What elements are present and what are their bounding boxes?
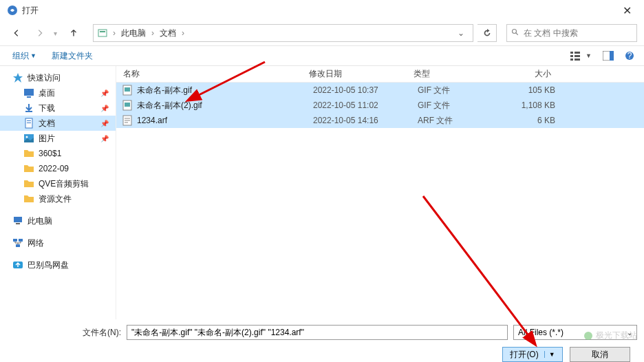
svg-rect-1 [98,30,107,36]
arf-file-icon [122,115,133,126]
sidebar-item-label: 2022-09 [39,164,69,173]
view-mode-button[interactable]: ▼ [568,50,594,62]
svg-rect-6 [570,58,573,61]
chevron-down-icon: ▼ [30,52,36,59]
gif-file-icon [122,85,133,96]
sidebar-quick-access[interactable]: 快速访问 [0,70,116,85]
folder-icon [23,178,34,189]
network-icon [12,237,23,248]
sidebar-this-pc[interactable]: 此电脑 [0,213,116,228]
gif-file-icon [122,100,133,111]
content-area: 快速访问 桌面 📌 下载 📌 文档 📌 图片 📌 360$1 202 [0,66,644,319]
open-button[interactable]: 打开(O) ▼ [502,347,563,362]
search-input[interactable] [524,28,632,38]
column-type[interactable]: 类型 [414,68,503,80]
sidebar-item-label: QVE音频剪辑 [39,178,89,190]
new-folder-button[interactable]: 新建文件夹 [46,47,98,65]
nav-back-button[interactable] [7,24,26,42]
folder-icon [23,163,34,174]
sidebar-item-label: 文档 [39,118,55,129]
file-type: GIF 文件 [418,85,507,96]
close-button[interactable]: ✕ [617,1,637,20]
svg-rect-23 [13,239,17,242]
search-icon [511,28,519,39]
chevron-down-icon: ▼ [586,52,592,59]
button-label: 取消 [592,349,608,361]
sidebar-item-label: 快速访问 [28,72,61,84]
document-icon [23,118,34,129]
svg-rect-25 [16,244,20,247]
watermark: 极光下载站 [583,330,637,341]
sidebar-item-label: 网络 [28,237,44,249]
file-name: 未命名-副本(2).gif [137,100,313,111]
breadcrumb-sep-icon: › [151,28,154,38]
address-dropdown-icon[interactable]: ⌄ [453,28,469,38]
address-bar[interactable]: › 此电脑 › 文档 › ⌄ [93,24,473,42]
location-icon [98,28,107,38]
column-size[interactable]: 大小 [503,68,572,80]
computer-icon [12,215,23,226]
footer: 文件名(N): All Files (*.*) ⌄ 打开(O) ▼ 取消 [0,319,644,362]
column-name[interactable]: 名称 [116,68,309,80]
cancel-button[interactable]: 取消 [570,347,630,362]
svg-rect-4 [570,52,573,54]
svg-rect-28 [125,87,130,92]
sidebar-documents[interactable]: 文档 📌 [0,116,116,131]
nav-forward-button[interactable] [30,24,50,42]
sidebar-downloads[interactable]: 下载 📌 [0,100,116,116]
sidebar-folder-360[interactable]: 360$1 [0,146,116,161]
breadcrumb-sep-icon: › [113,28,116,38]
sidebar-item-label: 桌面 [39,87,55,99]
navbar: ▾ › 此电脑 › 文档 › ⌄ [0,21,644,45]
filter-label: All Files (*.*) [518,328,564,337]
file-row[interactable]: 未命名-副本(2).gif 2022-10-05 11:02 GIF 文件 1,… [116,98,644,113]
download-icon [23,103,34,114]
file-name: 未命名-副本.gif [137,85,313,96]
file-date: 2022-10-05 11:02 [313,100,418,110]
sidebar-pictures[interactable]: 图片 📌 [0,131,116,146]
search-box[interactable] [506,24,637,42]
svg-rect-2 [100,31,105,32]
sidebar-babel-cloud[interactable]: 巴别鸟网盘 [0,257,116,273]
svg-rect-5 [570,55,573,57]
button-label: 打开(O) [510,349,538,361]
file-date: 2022-10-05 10:37 [313,85,418,95]
sidebar-folder-qve[interactable]: QVE音频剪辑 [0,176,116,191]
help-button[interactable]: ? [622,50,637,62]
cloud-drive-icon [12,259,23,270]
breadcrumb-documents[interactable]: 文档 [160,28,176,39]
sidebar-desktop[interactable]: 桌面 📌 [0,85,116,100]
sidebar-network[interactable]: 网络 [0,235,116,251]
chevron-down-icon: ▼ [544,351,555,358]
list-body: 未命名-副本.gif 2022-10-05 10:37 GIF 文件 105 K… [116,83,644,128]
file-size: 105 KB [507,85,576,95]
desktop-icon [23,87,34,98]
pin-icon: 📌 [100,120,109,127]
file-row[interactable]: 未命名-副本.gif 2022-10-05 10:37 GIF 文件 105 K… [116,83,644,98]
sidebar-folder-2022-09[interactable]: 2022-09 [0,161,116,176]
filename-label: 文件名(N): [83,327,121,339]
nav-history-dropdown[interactable]: ▾ [54,30,57,37]
pin-icon: 📌 [100,105,109,112]
file-name: 1234.arf [137,116,313,125]
folder-icon [23,148,34,159]
nav-up-button[interactable] [64,24,83,42]
sidebar-folder-resources[interactable]: 资源文件 [0,191,116,206]
organize-button[interactable]: 组织 ▼ [7,47,42,65]
svg-point-32 [584,332,592,340]
sidebar: 快速访问 桌面 📌 下载 📌 文档 📌 图片 📌 360$1 202 [0,66,116,319]
app-icon [7,5,18,16]
refresh-button[interactable] [477,24,497,42]
filename-input[interactable] [127,325,508,340]
column-date[interactable]: 修改日期 [309,68,414,80]
sidebar-item-label: 360$1 [39,149,61,158]
svg-rect-11 [610,51,614,61]
window-title: 打开 [22,5,39,17]
svg-rect-22 [16,223,20,224]
file-size: 6 KB [507,116,576,125]
sidebar-item-label: 资源文件 [39,193,72,205]
pin-icon: 📌 [100,89,109,97]
breadcrumb-this-pc[interactable]: 此电脑 [121,28,146,39]
file-row[interactable]: 1234.arf 2022-10-05 14:16 ARF 文件 6 KB [116,113,644,128]
preview-pane-button[interactable] [600,50,616,62]
